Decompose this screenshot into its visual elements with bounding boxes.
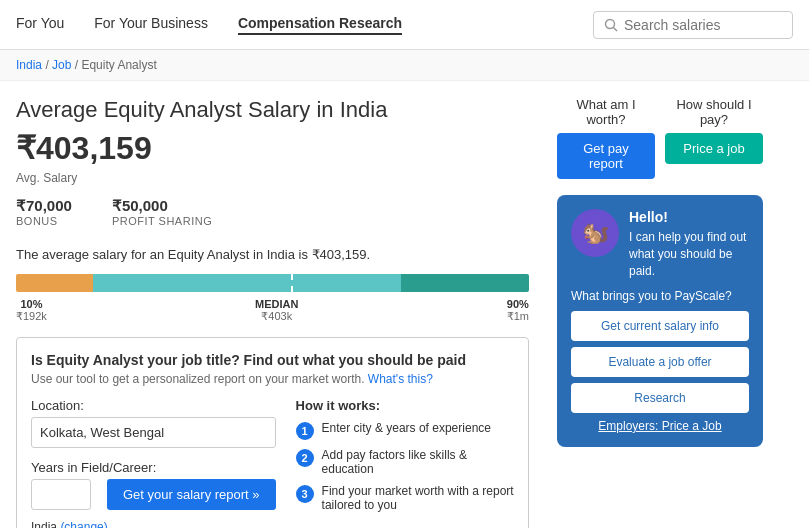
chatbot-intro: Hello! I can help you find out what you …	[629, 209, 749, 279]
chatbot-header: 🐿️ Hello! I can help you find out what y…	[571, 209, 749, 279]
nav-items: For You For Your Business Compensation R…	[16, 15, 593, 35]
profit-sharing-label: PROFIT SHARING	[112, 215, 212, 227]
price-a-job-button[interactable]: Price a job	[665, 133, 763, 164]
step-num-2: 2	[296, 449, 314, 467]
bar-labels: 10% ₹192k MEDIAN ₹403k 90% ₹1m	[16, 298, 529, 323]
breadcrumb-india[interactable]: India	[16, 58, 42, 72]
header: For You For Your Business Compensation R…	[0, 0, 809, 50]
whats-this-link[interactable]: What's this?	[368, 372, 433, 386]
bonus-item: ₹70,000 BONUS	[16, 197, 72, 227]
right-sidebar: What am I worth? Get pay report How shou…	[545, 81, 775, 528]
nav-for-business[interactable]: For Your Business	[94, 15, 208, 35]
form-left: Location: Years in Field/Career: Get you…	[31, 398, 276, 528]
get-salary-report-button[interactable]: Get your salary report »	[107, 479, 276, 510]
bonus-label: BONUS	[16, 215, 72, 227]
breadcrumb-current: Equity Analyst	[81, 58, 156, 72]
page-title: Average Equity Analyst Salary in India	[16, 97, 529, 123]
form-row: Location: Years in Field/Career: Get you…	[31, 398, 514, 528]
india-change: India (change)	[31, 520, 276, 528]
squirrel-icon: 🐿️	[571, 209, 619, 257]
search-box	[593, 11, 793, 39]
form-right: How it works: 1 Enter city & years of ex…	[296, 398, 514, 520]
salary-bar	[16, 274, 529, 292]
nav-for-you[interactable]: For You	[16, 15, 64, 35]
main-container: Average Equity Analyst Salary in India ₹…	[0, 81, 809, 528]
years-label: Years in Field/Career:	[31, 460, 276, 475]
how-step-1: 1 Enter city & years of experience	[296, 421, 514, 440]
pay-option-report: What am I worth? Get pay report	[557, 97, 655, 179]
pay-option-price: How should I pay? Price a job	[665, 97, 763, 179]
location-label: Location:	[31, 398, 276, 413]
bar-median-line	[291, 274, 293, 292]
bar-label-high: 90% ₹1m	[507, 298, 529, 323]
avg-label: Avg. Salary	[16, 171, 529, 185]
svg-line-1	[614, 27, 618, 31]
bonus-value: ₹70,000	[16, 197, 72, 215]
pay-options: What am I worth? Get pay report How shou…	[557, 97, 763, 179]
employers-price-job-link[interactable]: Employers: Price a Job	[571, 419, 749, 433]
get-pay-report-button[interactable]: Get pay report	[557, 133, 655, 179]
nav-compensation-research[interactable]: Compensation Research	[238, 15, 402, 35]
years-row: Years in Field/Career: Get your salary r…	[31, 460, 276, 510]
salary-bar-container: 10% ₹192k MEDIAN ₹403k 90% ₹1m	[16, 274, 529, 323]
bar-mid	[93, 274, 401, 292]
breadcrumb-job[interactable]: Job	[52, 58, 71, 72]
profit-sharing-value: ₹50,000	[112, 197, 212, 215]
how-it-works-title: How it works:	[296, 398, 514, 413]
svg-point-0	[606, 19, 615, 28]
change-country-link[interactable]: (change)	[60, 520, 107, 528]
search-input[interactable]	[624, 17, 782, 33]
breadcrumb: India / Job / Equity Analyst	[0, 50, 809, 81]
chatbot-question: What brings you to PayScale?	[571, 289, 749, 303]
step-num-1: 1	[296, 422, 314, 440]
bar-low	[16, 274, 93, 292]
search-icon	[604, 18, 618, 32]
evaluate-job-offer-btn[interactable]: Evaluate a job offer	[571, 347, 749, 377]
bar-label-median: MEDIAN ₹403k	[255, 298, 298, 323]
what-am-i-worth-label: What am I worth?	[557, 97, 655, 127]
chatbot-box: 🐿️ Hello! I can help you find out what y…	[557, 195, 763, 447]
median-label: MEDIAN	[255, 298, 298, 310]
chatbot-hello: Hello!	[629, 209, 749, 225]
research-btn[interactable]: Research	[571, 383, 749, 413]
years-input[interactable]	[31, 479, 91, 510]
high-pct: 90%	[507, 298, 529, 310]
location-input[interactable]	[31, 417, 276, 448]
bonus-info: ₹70,000 BONUS ₹50,000 PROFIT SHARING	[16, 197, 529, 227]
how-step-3: 3 Find your market worth with a report t…	[296, 484, 514, 512]
bar-label-low: 10% ₹192k	[16, 298, 47, 323]
chatbot-desc: I can help you find out what you should …	[629, 229, 749, 279]
step-num-3: 3	[296, 485, 314, 503]
bar-high	[401, 274, 529, 292]
how-should-i-pay-label: How should I pay?	[665, 97, 763, 127]
how-step-2: 2 Add pay factors like skills & educatio…	[296, 448, 514, 476]
form-title: Is Equity Analyst your job title? Find o…	[31, 352, 514, 368]
left-content: Average Equity Analyst Salary in India ₹…	[0, 81, 545, 528]
salary-description: The average salary for an Equity Analyst…	[16, 247, 529, 262]
low-amt: ₹192k	[16, 310, 47, 323]
form-subtitle: Use our tool to get a personalized repor…	[31, 372, 514, 386]
salary-amount: ₹403,159	[16, 129, 529, 167]
profit-sharing-item: ₹50,000 PROFIT SHARING	[112, 197, 212, 227]
salary-form-box: Is Equity Analyst your job title? Find o…	[16, 337, 529, 528]
low-pct: 10%	[16, 298, 47, 310]
median-amt: ₹403k	[255, 310, 298, 323]
high-amt: ₹1m	[507, 310, 529, 323]
get-current-salary-btn[interactable]: Get current salary info	[571, 311, 749, 341]
